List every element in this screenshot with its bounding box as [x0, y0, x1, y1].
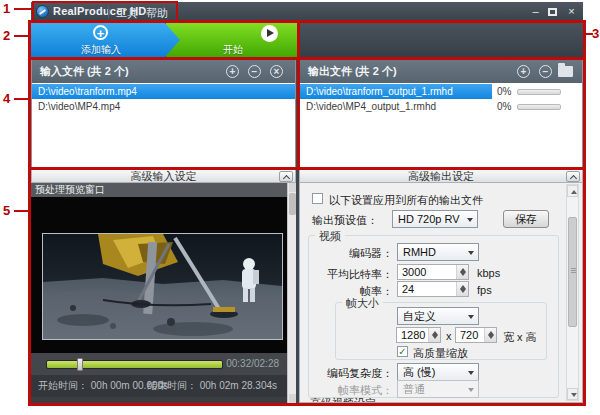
browse-folder-icon[interactable] [558, 66, 573, 77]
height-spinner[interactable]: 720 [455, 327, 497, 343]
add-input-label: 添加输入 [31, 43, 171, 57]
preset-dropdown[interactable]: HD 720p RV [392, 210, 478, 228]
end-time: 结束时间： 00h 02m 28.304s [147, 375, 277, 397]
save-button[interactable]: 保存 [503, 210, 549, 228]
remove-file-icon[interactable]: − [248, 65, 261, 78]
framerate-spinner[interactable]: 24 [397, 281, 469, 297]
callout-line-1 [14, 8, 32, 10]
advanced-output-title: 高级输出设定 [408, 170, 474, 182]
advanced-output-panel: 以下设置应用到所有的输出文件 输出预设值： HD 720p RV 保存 视频 编… [299, 183, 583, 403]
ratemode-value: 普通 [403, 383, 425, 395]
chevron-down-icon [467, 218, 473, 222]
scroll-thumb[interactable] [289, 193, 296, 215]
scroll-up-icon[interactable] [289, 183, 296, 192]
clip-times-row: 开始时间： 00h 00m 00.000s 结束时间： 00h 02m 28.3… [31, 375, 287, 397]
scroll-up-icon[interactable] [567, 185, 578, 197]
close-icon[interactable]: × [564, 4, 579, 18]
bitrate-unit: kbps [477, 267, 500, 279]
title-bar: RealProducer HD 工具 帮助 – × [31, 2, 583, 22]
progress-percent: 0% [497, 99, 511, 114]
framesize-group: 帧大小 自定义 1280 x 720 宽 x 高 ✓ [335, 302, 547, 360]
callout-number-1: 1 [3, 2, 10, 15]
time-display: 00:32/02:28 [226, 358, 279, 369]
framerate-value: 24 [402, 283, 414, 295]
spinner-arrows-icon[interactable] [428, 328, 440, 342]
bitrate-spinner[interactable]: 3000 [397, 264, 469, 280]
framesize-mode-value: 自定义 [403, 310, 436, 322]
start-label: 开始 [166, 43, 300, 57]
callout-line-5 [14, 210, 28, 212]
output-panel-title: 输出文件 (共 2 个) [308, 65, 397, 77]
menu-tools[interactable]: 工具 [116, 6, 138, 21]
width-value: 1280 [401, 329, 425, 341]
input-file-row[interactable]: D:\video\MP4.mp4 [32, 99, 295, 114]
ratemode-dropdown[interactable]: 普通 [397, 380, 479, 398]
add-output-icon[interactable]: + [517, 65, 530, 78]
screenshot-canvas: RealProducer HD 工具 帮助 – × + 添加输入 开始 输入文件… [0, 0, 600, 415]
scroll-down-icon[interactable] [289, 394, 296, 403]
minimize-icon[interactable]: – [528, 4, 543, 18]
dimensions-label: 宽 x 高 [503, 330, 537, 345]
preset-label: 输出预设值： [312, 213, 378, 228]
input-file-row[interactable]: D:\video\tranform.mp4 [32, 84, 295, 99]
bitrate-value: 3000 [402, 266, 426, 278]
collapse-up-icon[interactable] [279, 171, 293, 182]
chevron-down-icon [468, 388, 474, 392]
output-file-path: D:\video\MP4_output_1.rmhd [306, 99, 436, 114]
menu-divider [108, 6, 109, 18]
video-group: 视频 编码器： RMHD 平均比特率： 3000 kbps 帧率： 24 fps [308, 235, 559, 398]
scroll-thumb[interactable] [568, 217, 577, 327]
end-time-label: 结束时间： [147, 380, 197, 391]
multiply-sign: x [446, 330, 452, 342]
callout-number-5: 5 [3, 204, 10, 217]
preview-scrollbar[interactable] [287, 183, 296, 403]
scroll-down-icon[interactable] [567, 388, 578, 400]
preview-area [31, 197, 287, 353]
advanced-video-settings-link[interactable]: 高级视频设定 [310, 396, 376, 403]
input-panel-header: 输入文件 (共 2 个) + − × [32, 60, 295, 83]
menu-help[interactable]: 帮助 [146, 6, 168, 21]
hq-scaling-label: 高质量缩放 [413, 346, 468, 361]
video-preview-frame [42, 233, 283, 340]
maximize-icon[interactable] [548, 8, 557, 16]
realproducer-window: RealProducer HD 工具 帮助 – × + 添加输入 开始 输入文件… [31, 2, 583, 403]
clear-files-icon[interactable]: × [270, 65, 283, 78]
chevron-down-icon [468, 251, 474, 255]
hq-scaling-checkbox[interactable]: ✓ [397, 346, 408, 357]
complexity-label: 编码复杂度： [309, 366, 393, 381]
framerate-unit: fps [477, 284, 492, 296]
spinner-arrows-icon[interactable] [456, 265, 468, 279]
video-group-label: 视频 [315, 229, 345, 244]
plus-circle-icon: + [93, 25, 108, 40]
complexity-dropdown[interactable]: 高 (慢) [397, 363, 479, 381]
end-time-value: 00h 02m 28.304s [200, 380, 277, 391]
collapse-up-icon[interactable] [566, 171, 580, 182]
add-input-button[interactable]: + 添加输入 [31, 22, 181, 58]
output-file-row[interactable]: D:\video\MP4_output_1.rmhd 0% [300, 99, 582, 114]
output-file-row[interactable]: D:\video\tranform_output_1.rmhd 0% [300, 84, 582, 99]
spinner-arrows-icon[interactable] [484, 328, 496, 342]
spinner-arrows-icon[interactable] [456, 282, 468, 296]
callout-line-4 [14, 98, 28, 100]
encoder-value: RMHD [403, 246, 436, 258]
remove-output-icon[interactable]: − [539, 65, 552, 78]
complexity-value: 高 (慢) [403, 366, 435, 378]
add-file-icon[interactable]: + [226, 65, 239, 78]
seek-thumb[interactable] [77, 358, 83, 371]
input-file-path: D:\video\tranform.mp4 [38, 84, 137, 99]
settings-scrollbar[interactable] [566, 184, 579, 401]
start-button[interactable]: 开始 [166, 22, 300, 58]
height-value: 720 [460, 329, 478, 341]
encoder-label: 编码器： [309, 246, 393, 261]
output-file-panel: 输出文件 (共 2 个) + − D:\video\tranform_outpu… [299, 59, 583, 168]
advanced-input-panel: 预处理预览窗口 [31, 183, 296, 403]
width-spinner[interactable]: 1280 [396, 327, 441, 343]
framesize-group-label: 帧大小 [342, 296, 383, 311]
framesize-mode-dropdown[interactable]: 自定义 [397, 307, 479, 325]
start-time-label: 开始时间： [38, 380, 88, 391]
encoder-dropdown[interactable]: RMHD [397, 243, 479, 261]
seek-bar[interactable] [46, 360, 223, 369]
chevron-down-icon [468, 371, 474, 375]
callout-line-2 [14, 35, 28, 37]
apply-all-checkbox[interactable] [312, 193, 323, 204]
